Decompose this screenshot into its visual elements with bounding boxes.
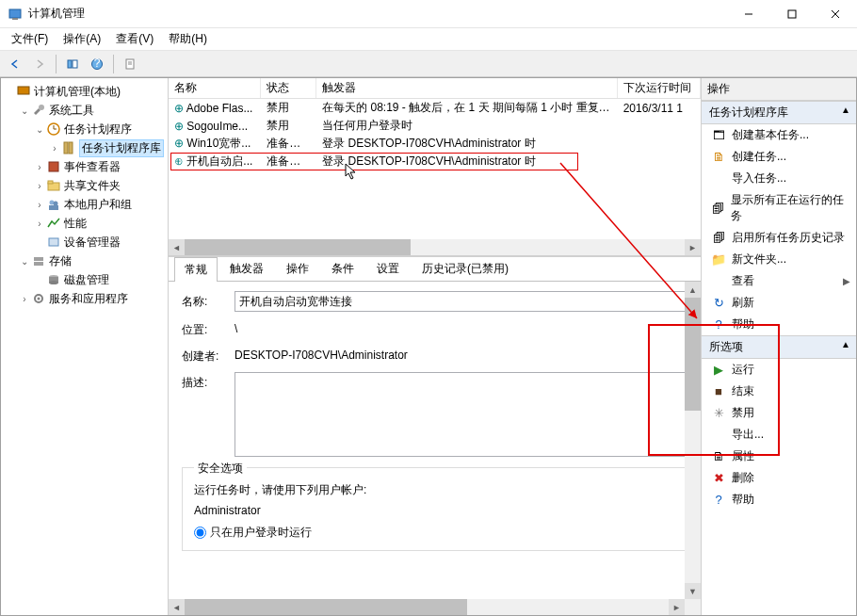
- menu-view[interactable]: 查看(V): [108, 29, 161, 49]
- task-row[interactable]: ⊕ SogouIme... 禁用 当任何用户登录时: [169, 117, 701, 135]
- back-button[interactable]: [4, 54, 26, 74]
- detail-hscrollbar[interactable]: ◄ ►: [169, 599, 685, 615]
- action-create-basic[interactable]: 🗔创建基本任务...: [702, 124, 856, 146]
- general-form: 名称: 位置: \ 创建者: DESKTOP-I708CVH\Administr…: [169, 282, 701, 599]
- task-list-header[interactable]: 名称 状态 触发器 下次运行时间: [169, 78, 701, 99]
- col-status[interactable]: 状态: [261, 78, 316, 98]
- svg-rect-19: [69, 142, 73, 154]
- security-title: 安全选项: [194, 461, 247, 477]
- action-refresh[interactable]: ↻刷新: [702, 292, 856, 314]
- menubar: 文件(F) 操作(A) 查看(V) 帮助(H): [0, 28, 857, 51]
- list-hscrollbar[interactable]: ◄ ►: [169, 239, 701, 255]
- location-value: \: [234, 319, 687, 335]
- forward-button[interactable]: [28, 54, 51, 74]
- action-enable-history[interactable]: 🗐启用所有任务历史记录: [702, 227, 856, 249]
- scroll-corner: [685, 599, 701, 615]
- tab-settings[interactable]: 设置: [366, 257, 410, 281]
- tab-actions[interactable]: 操作: [276, 257, 319, 281]
- actions-section-library[interactable]: 任务计划程序库 ▲: [702, 101, 856, 124]
- action-help[interactable]: ?帮助: [702, 314, 856, 335]
- action-show-running[interactable]: 🗐显示所有正在运行的任务: [702, 189, 856, 227]
- actions-section-selected[interactable]: 所选项 ▲: [702, 335, 856, 359]
- action-export[interactable]: 导出...: [702, 424, 856, 446]
- scroll-down-button[interactable]: ▼: [685, 583, 701, 599]
- menu-file[interactable]: 文件(F): [4, 29, 56, 49]
- svg-rect-28: [34, 262, 43, 266]
- radio-loggedon[interactable]: 只在用户登录时运行: [194, 525, 675, 541]
- scroll-up-button[interactable]: ▲: [685, 282, 701, 298]
- help-icon: ?: [711, 493, 726, 508]
- task-row[interactable]: ⊕ Win10宽带... 准备就绪 登录 DESKTOP-I708CVH\Adm…: [169, 135, 701, 153]
- help-icon: ?: [711, 317, 726, 332]
- col-trigger[interactable]: 触发器: [316, 78, 617, 98]
- perf-icon: [46, 216, 61, 231]
- tab-general[interactable]: 常规: [174, 257, 218, 282]
- action-new-folder[interactable]: 📁新文件夹...: [702, 249, 856, 270]
- tree-systools[interactable]: ⌄ 系统工具: [1, 101, 168, 120]
- svg-rect-1: [12, 18, 18, 20]
- properties-button[interactable]: [119, 54, 141, 74]
- tree-scheduler[interactable]: ⌄ 任务计划程序: [1, 120, 168, 138]
- task-row[interactable]: ⊕ Adobe Flas... 禁用 在每天的 08:19 - 触发后，在 1 …: [169, 99, 701, 117]
- task-row-selected[interactable]: ⊕ 开机自动启... 准备就绪 登录 DESKTOP-I708CVH\Admin…: [169, 153, 701, 170]
- action-create-task[interactable]: 🗎创建任务...: [702, 146, 856, 168]
- scroll-right-button[interactable]: ►: [685, 239, 701, 255]
- col-name[interactable]: 名称: [169, 78, 261, 98]
- task-icon: ⊕: [174, 137, 184, 150]
- task-list-body[interactable]: ⊕ Adobe Flas... 禁用 在每天的 08:19 - 触发后，在 1 …: [169, 99, 701, 239]
- tree-sharedfolders[interactable]: › 共享文件夹: [1, 176, 168, 195]
- tree-library[interactable]: › 任务计划程序库: [1, 138, 168, 157]
- tab-conditions[interactable]: 条件: [321, 257, 364, 281]
- desc-label: 描述:: [182, 372, 234, 391]
- col-next[interactable]: 下次运行时间: [618, 78, 701, 98]
- minimize-button[interactable]: [727, 0, 770, 28]
- security-group: 安全选项 运行任务时，请使用下列用户帐户: Administrator 只在用户…: [182, 467, 687, 551]
- action-delete[interactable]: ✖删除: [702, 467, 856, 489]
- collapse-icon[interactable]: ▲: [841, 339, 850, 349]
- nav-tree[interactable]: 计算机管理(本地) ⌄ 系统工具 ⌄ 任务计划程序 › 任务计划程序库 › 事件…: [1, 78, 169, 615]
- tree-localusers[interactable]: › 本地用户和组: [1, 195, 168, 214]
- action-disable[interactable]: ✳禁用: [702, 402, 856, 424]
- action-view[interactable]: 查看▶: [702, 270, 856, 292]
- action-help[interactable]: ?帮助: [702, 489, 856, 511]
- svg-text:?: ?: [94, 57, 101, 70]
- scroll-thumb[interactable]: [185, 599, 467, 615]
- svg-rect-3: [788, 10, 796, 18]
- scroll-left-button[interactable]: ◄: [169, 599, 185, 615]
- scroll-thumb[interactable]: [685, 298, 701, 411]
- tree-eventviewer[interactable]: › 事件查看器: [1, 157, 168, 176]
- radio-loggedon-input[interactable]: [194, 527, 206, 539]
- disk-icon: [46, 272, 61, 287]
- tree-services[interactable]: › 服务和应用程序: [1, 289, 168, 308]
- action-run[interactable]: ▶运行: [702, 359, 856, 381]
- play-icon: ▶: [711, 363, 726, 378]
- tree-diskmgmt[interactable]: 磁盘管理: [1, 270, 168, 289]
- scroll-right-button[interactable]: ►: [669, 599, 685, 615]
- task-icon: 🗎: [711, 150, 726, 165]
- scroll-left-button[interactable]: ◄: [169, 239, 185, 255]
- action-properties[interactable]: 🗎属性: [702, 446, 856, 467]
- menu-help[interactable]: 帮助(H): [161, 29, 215, 49]
- tree-root[interactable]: 计算机管理(本地): [1, 82, 168, 101]
- svg-point-14: [39, 105, 44, 110]
- export-icon: [711, 428, 726, 443]
- action-import[interactable]: 导入任务...: [702, 168, 856, 189]
- tab-triggers[interactable]: 触发器: [219, 257, 274, 281]
- detail-vscrollbar[interactable]: ▲ ▼: [685, 282, 701, 599]
- help-button[interactable]: ?: [86, 54, 108, 74]
- name-input[interactable]: [234, 291, 687, 312]
- show-hide-button[interactable]: [61, 54, 84, 74]
- collapse-icon[interactable]: ▲: [841, 105, 850, 115]
- menu-action[interactable]: 操作(A): [56, 29, 108, 49]
- svg-rect-26: [49, 238, 58, 246]
- tree-performance[interactable]: › 性能: [1, 214, 168, 233]
- scroll-thumb[interactable]: [185, 239, 411, 255]
- maximize-button[interactable]: [770, 0, 814, 28]
- tab-history[interactable]: 历史记录(已禁用): [412, 257, 519, 281]
- action-end[interactable]: ■结束: [702, 381, 856, 402]
- close-button[interactable]: [814, 0, 857, 28]
- tree-devmgr[interactable]: 设备管理器: [1, 233, 168, 251]
- desc-input[interactable]: [234, 372, 687, 457]
- tree-storage[interactable]: ⌄ 存储: [1, 251, 168, 270]
- eventlog-icon: [46, 159, 61, 174]
